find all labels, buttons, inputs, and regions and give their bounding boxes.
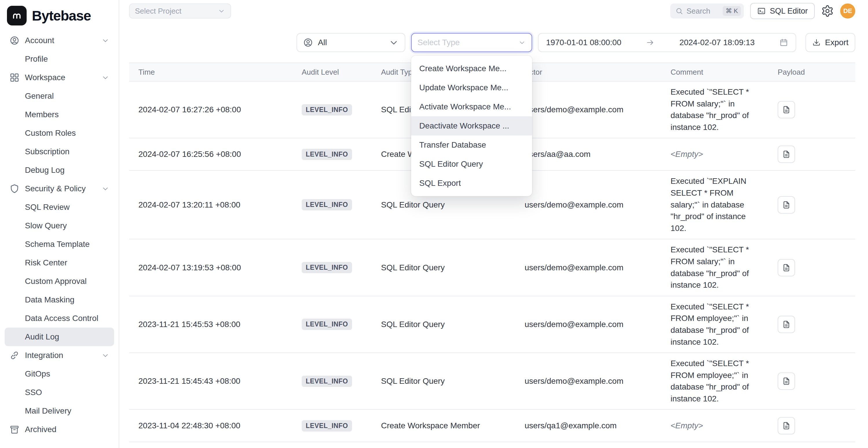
sidebar-item-debug-log[interactable]: Debug Log — [5, 161, 114, 180]
sidebar-item-label: Profile — [25, 55, 48, 64]
search-placeholder: Search — [686, 7, 710, 15]
sidebar-section-integration[interactable]: Integration — [5, 346, 114, 365]
type-option-update-workspace-me[interactable]: Update Workspace Me... — [411, 78, 532, 97]
sidebar-item-label: Mail Delivery — [25, 406, 71, 416]
file-icon — [782, 200, 791, 209]
sidebar-item-risk-center[interactable]: Risk Center — [5, 254, 114, 272]
sidebar-item-label: Custom Approval — [25, 277, 87, 286]
actor-filter-select[interactable]: All — [297, 33, 405, 52]
payload-button[interactable] — [778, 196, 795, 214]
audit-type-cell: SQL Editor Query — [372, 263, 515, 272]
type-option-create-workspace-me[interactable]: Create Workspace Me... — [411, 59, 532, 78]
type-option-transfer-database[interactable]: Transfer Database — [411, 135, 532, 155]
type-filter-wrap: Select Type Create Workspace Me... Updat… — [411, 33, 532, 52]
column-header-time: Time — [129, 68, 292, 77]
time-cell: 2023-11-21 15:45:53 +08:00 — [129, 320, 292, 329]
sidebar-section-archived[interactable]: Archived — [5, 420, 114, 439]
type-filter-select[interactable]: Select Type — [411, 33, 532, 52]
project-select[interactable]: Select Project — [129, 3, 231, 19]
app-root: Bytebase Account Profile Workspace Gener… — [0, 0, 868, 448]
sidebar-item-profile[interactable]: Profile — [5, 50, 114, 68]
brand[interactable]: Bytebase — [5, 5, 114, 29]
sidebar-section-account[interactable]: Account — [5, 31, 114, 50]
sidebar-item-label: SQL Review — [25, 202, 70, 212]
actor-cell: users/demo@example.com — [515, 377, 661, 386]
sidebar-item-gitops[interactable]: GitOps — [5, 365, 114, 383]
comment-cell: Executed `"EXPLAIN SELECT * FROM salary;… — [661, 175, 768, 234]
actor-cell: users/demo@example.com — [515, 105, 661, 114]
audit-level-badge: LEVEL_INFO — [302, 262, 352, 273]
bytebase-logo-icon — [7, 6, 27, 26]
file-icon — [782, 377, 791, 385]
filter-row: All Select Type Create Workspace Me... U… — [119, 33, 868, 52]
sidebar-item-custom-roles[interactable]: Custom Roles — [5, 124, 114, 142]
type-dropdown-menu: Create Workspace Me... Update Workspace … — [411, 56, 532, 196]
chevron-down-icon — [101, 73, 110, 82]
sidebar-item-label: Schema Template — [25, 239, 90, 249]
sidebar-item-custom-approval[interactable]: Custom Approval — [5, 272, 114, 291]
link-icon — [9, 350, 20, 361]
audit-type-cell: SQL Editor Query — [372, 377, 515, 386]
search-icon — [676, 7, 683, 15]
comment-cell: Executed `"SELECT * FROM salary;"` in da… — [661, 86, 768, 133]
sidebar-item-members[interactable]: Members — [5, 105, 114, 124]
calendar-icon — [779, 38, 788, 47]
sidebar-item-label: GitOps — [25, 369, 50, 379]
gear-icon[interactable] — [821, 5, 834, 18]
payload-button[interactable] — [778, 316, 795, 333]
type-option-deactivate-workspace[interactable]: Deactivate Workspace ... — [411, 116, 532, 135]
audit-level-badge: LEVEL_INFO — [302, 104, 352, 116]
project-select-placeholder: Select Project — [135, 7, 181, 15]
file-icon — [782, 421, 791, 430]
chevron-down-icon — [518, 39, 526, 46]
file-icon — [782, 150, 791, 159]
sidebar-item-audit-log[interactable]: Audit Log — [5, 328, 114, 346]
actor-cell: users/demo@example.com — [515, 320, 661, 329]
payload-button[interactable] — [778, 373, 795, 390]
table-row: 2024-02-07 13:19:53 +08:00 LEVEL_INFO SQ… — [129, 239, 855, 296]
comment-cell: Executed `"SELECT * FROM employee;"` in … — [661, 358, 768, 405]
actor-cell: users/aa@aa.com — [515, 150, 661, 159]
sidebar-section-workspace[interactable]: Workspace — [5, 68, 114, 87]
sidebar-item-label: Data Masking — [25, 295, 74, 305]
avatar[interactable]: DE — [840, 3, 855, 19]
search-input[interactable]: Search ⌘ K — [670, 3, 744, 19]
column-header-audit-level: Audit Level — [292, 68, 372, 77]
table-row: 2023-11-21 15:45:43 +08:00 LEVEL_INFO SQ… — [129, 353, 855, 410]
sidebar-item-label: Custom Roles — [25, 128, 76, 138]
type-option-sql-export[interactable]: SQL Export — [411, 174, 532, 193]
date-range-picker[interactable]: 1970-01-01 08:00:00 2024-02-07 18:09:13 — [538, 33, 796, 52]
sidebar-item-sql-review[interactable]: SQL Review — [5, 198, 114, 217]
audit-level-badge: LEVEL_INFO — [302, 319, 352, 330]
download-icon — [812, 38, 820, 46]
grid-icon — [9, 72, 20, 83]
export-label: Export — [825, 38, 848, 47]
payload-button[interactable] — [778, 146, 795, 163]
table-row: 2023-11-04 22:48:30 +08:00 LEVEL_INFO Cr… — [129, 410, 855, 442]
file-icon — [782, 263, 791, 272]
export-button[interactable]: Export — [805, 33, 855, 52]
column-header-payload: Payload — [768, 68, 856, 77]
sidebar-item-mail-delivery[interactable]: Mail Delivery — [5, 402, 114, 420]
user-circle-icon — [303, 37, 313, 48]
sidebar-item-slow-query[interactable]: Slow Query — [5, 217, 114, 235]
type-option-sql-editor-query[interactable]: SQL Editor Query — [411, 155, 532, 174]
sidebar: Bytebase Account Profile Workspace Gener… — [0, 0, 119, 448]
type-option-activate-workspace-me[interactable]: Activate Workspace Me... — [411, 97, 532, 116]
topbar-right: Search ⌘ K SQL Editor DE — [670, 3, 855, 19]
sidebar-item-schema-template[interactable]: Schema Template — [5, 235, 114, 254]
time-cell: 2024-02-07 13:19:53 +08:00 — [129, 263, 292, 272]
sidebar-item-sso[interactable]: SSO — [5, 383, 114, 402]
sidebar-item-subscription[interactable]: Subscription — [5, 142, 114, 161]
file-icon — [782, 320, 791, 329]
payload-button[interactable] — [778, 417, 795, 435]
payload-button[interactable] — [778, 259, 795, 277]
sql-editor-button[interactable]: SQL Editor — [750, 3, 815, 19]
sidebar-item-general[interactable]: General — [5, 87, 114, 105]
payload-button[interactable] — [778, 101, 795, 118]
sidebar-section-security-policy[interactable]: Security & Policy — [5, 180, 114, 198]
sidebar-item-data-masking[interactable]: Data Masking — [5, 291, 114, 309]
sidebar-section-label: Account — [25, 36, 54, 45]
sidebar-item-data-access-control[interactable]: Data Access Control — [5, 309, 114, 328]
time-cell: 2024-02-07 16:27:26 +08:00 — [129, 105, 292, 114]
